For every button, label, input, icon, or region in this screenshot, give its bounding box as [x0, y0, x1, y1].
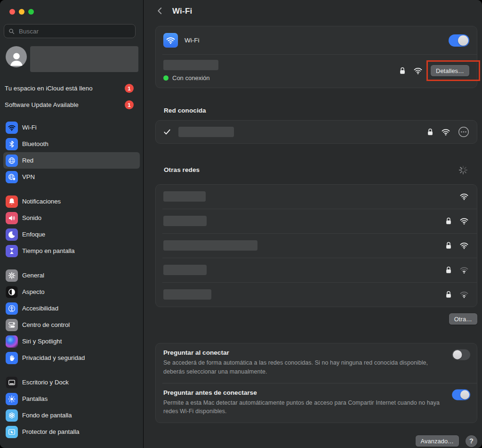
- details-button[interactable]: Detalles…: [431, 65, 469, 76]
- wifi-toggle-row: Wi-Fi: [156, 26, 477, 54]
- redacted-network-name: [178, 127, 234, 137]
- close-button[interactable]: [9, 9, 15, 15]
- alert-item-1[interactable]: Software Update Available1: [0, 97, 143, 113]
- network-row[interactable]: [156, 258, 477, 282]
- option-description: Permite a esta Mac detectar automáticame…: [163, 399, 446, 415]
- known-network-card: [155, 120, 477, 144]
- minimize-button[interactable]: [19, 9, 24, 15]
- sidebar-item-label: Pantallas: [22, 395, 48, 402]
- status-dot: [163, 75, 169, 81]
- advanced-button[interactable]: Avanzado…: [416, 435, 459, 447]
- window-controls: [0, 0, 143, 15]
- bluetooth-icon: [6, 138, 18, 150]
- option-row-ask-before-hotspot: Preguntar antes de conectarse Permite a …: [156, 383, 477, 423]
- option-title: Preguntar antes de conectarse: [163, 389, 469, 396]
- zoom-button[interactable]: [28, 9, 34, 15]
- desktop-icon: [6, 376, 18, 389]
- screensaver-icon: [6, 426, 18, 438]
- lock-icon: [445, 217, 452, 225]
- sidebar-item-fondo-de-pantalla[interactable]: Fondo de pantalla: [3, 407, 140, 424]
- more-options-icon[interactable]: [458, 126, 469, 138]
- control-center-icon: [6, 319, 18, 331]
- sidebar-item-label: Sonido: [22, 214, 41, 221]
- network-row[interactable]: [156, 209, 477, 233]
- wifi-signal-icon: [441, 127, 451, 137]
- sidebar-item-pantallas[interactable]: Pantallas: [3, 391, 140, 407]
- sidebar-item-label: Red: [22, 157, 33, 164]
- sidebar-item-privacidad-y-seguridad[interactable]: Privacidad y seguridad: [3, 350, 140, 366]
- wifi-signal-icon: [459, 265, 469, 275]
- sidebar-group: NotificacionesSonidoEnfoqueTiempo en pan…: [0, 193, 143, 259]
- option-description: Se accederá de forma automática a las re…: [163, 358, 446, 375]
- sidebar-item-label: Fondo de pantalla: [22, 412, 72, 419]
- system-settings-window: Tu espacio en iCloud está lleno1Software…: [0, 0, 482, 448]
- toggle-knob: [453, 350, 462, 359]
- wifi-icon: [6, 122, 18, 134]
- page-header: Wi-Fi: [155, 0, 477, 16]
- sidebar-nav: Wi-FiBluetoothRedVPNNotificacionesSonido…: [0, 119, 143, 440]
- search-input[interactable]: [18, 27, 131, 35]
- known-network-heading: Red conocida: [164, 107, 469, 114]
- sidebar-item-notificaciones[interactable]: Notificaciones: [3, 193, 140, 210]
- wifi-card: Wi-Fi Con conexión Detalles…: [155, 26, 477, 88]
- sidebar-item-centro-de-control[interactable]: Centro de control: [3, 317, 140, 333]
- sidebar-item-label: General: [22, 272, 44, 279]
- lock-icon: [445, 290, 452, 299]
- connection-status: Con conexión: [163, 74, 399, 81]
- notification-badge: 1: [125, 100, 134, 109]
- sidebar-item-escritorio-y-dock[interactable]: Escritorio y Dock: [3, 374, 140, 391]
- network-row[interactable]: [156, 234, 477, 258]
- sidebar-item-label: Centro de control: [22, 321, 70, 328]
- hand-icon: [6, 352, 18, 364]
- alert-item-0[interactable]: Tu espacio en iCloud está lleno1: [0, 80, 143, 97]
- sidebar-group: Wi-FiBluetoothRedVPN: [0, 119, 143, 185]
- contrast-icon: [6, 286, 18, 298]
- sidebar-item-siri-y-spotlight[interactable]: Siri y Spotlight: [3, 333, 140, 350]
- ask-before-connect-toggle[interactable]: [452, 389, 470, 400]
- back-button[interactable]: [155, 7, 165, 16]
- user-profile[interactable]: [6, 46, 143, 72]
- alert-label: Software Update Available: [5, 101, 125, 108]
- sidebar-item-label: Siri y Spotlight: [22, 338, 62, 345]
- sidebar-item-vpn[interactable]: VPN: [3, 169, 140, 185]
- wifi-signal-icon: [413, 66, 423, 75]
- sidebar-item-label: Escritorio y Dock: [22, 379, 69, 386]
- wifi-app-icon: [163, 33, 178, 48]
- network-row-icons: [427, 126, 469, 138]
- other-network-button[interactable]: Otra…: [449, 313, 477, 325]
- sidebar-item-label: Tiempo en pantalla: [22, 247, 75, 254]
- other-networks-heading-row: Otras redes: [164, 161, 469, 179]
- chevron-left-icon: [156, 7, 164, 16]
- sidebar-item-general[interactable]: General: [3, 267, 140, 284]
- main-panel: Wi-Fi Wi-Fi Con conexión: [144, 0, 482, 448]
- sidebar-item-aspecto[interactable]: Aspecto: [3, 284, 140, 300]
- network-row-icons: [459, 192, 469, 201]
- redacted-network-name: [163, 240, 257, 251]
- network-row[interactable]: [156, 283, 477, 307]
- connected-network-row: Con conexión Detalles…: [156, 55, 477, 88]
- sidebar-item-label: Accesibilidad: [22, 305, 58, 312]
- wifi-signal-icon: [459, 241, 469, 250]
- ask-to-join-toggle[interactable]: [452, 350, 470, 360]
- help-button[interactable]: ?: [466, 435, 477, 447]
- redacted-network-name: [163, 216, 207, 226]
- network-row[interactable]: [156, 185, 477, 209]
- sidebar-item-accesibilidad[interactable]: Accesibilidad: [3, 300, 140, 317]
- alerts-list: Tu espacio en iCloud está lleno1Software…: [0, 80, 143, 113]
- sidebar-item-wi-fi[interactable]: Wi-Fi: [3, 119, 140, 136]
- page-title: Wi-Fi: [172, 7, 192, 16]
- wifi-toggle[interactable]: [449, 34, 469, 47]
- search-field[interactable]: [4, 24, 136, 38]
- sidebar-item-protector-de-pantalla[interactable]: Protector de pantalla: [3, 424, 140, 440]
- sidebar-item-tiempo-en-pantalla[interactable]: Tiempo en pantalla: [3, 243, 140, 259]
- known-network-row[interactable]: [156, 121, 477, 143]
- sidebar-item-bluetooth[interactable]: Bluetooth: [3, 136, 140, 152]
- sidebar-item-sonido[interactable]: Sonido: [3, 210, 140, 226]
- sidebar-item-red[interactable]: Red: [3, 152, 140, 169]
- option-row-ask-to-join: Preguntar al conectar Se accederá de for…: [156, 343, 477, 383]
- speaker-icon: [6, 212, 18, 224]
- sidebar-item-enfoque[interactable]: Enfoque: [3, 226, 140, 243]
- lock-icon: [399, 66, 406, 75]
- wifi-signal-icon: [459, 216, 469, 226]
- redacted-network-name: [163, 191, 206, 202]
